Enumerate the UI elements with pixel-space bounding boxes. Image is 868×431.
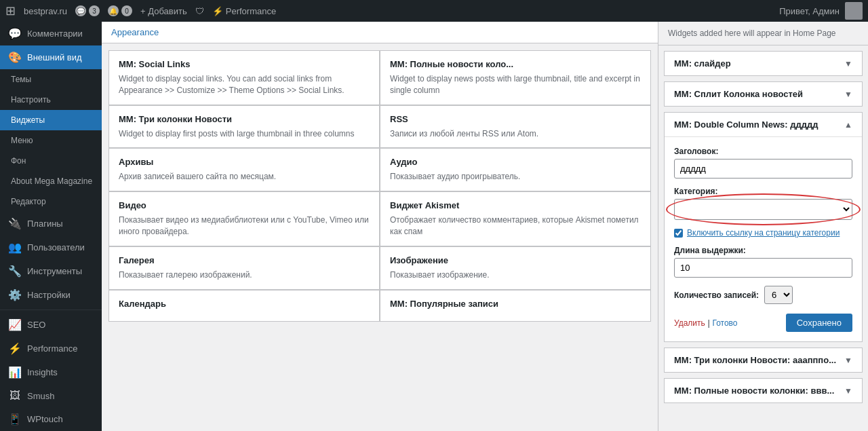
category-select[interactable] — [674, 199, 852, 220]
widget-card-title: Архивы — [119, 157, 370, 167]
layout: 💬 Комментарии 🎨 Внешний вид Темы Настрои… — [0, 22, 868, 431]
accordion-three-columns: ММ: Три колонки Новости: ааапппо... ▼ — [664, 348, 863, 373]
widget-card[interactable]: RSSЗаписи из любой ленты RSS или Atom. — [380, 105, 651, 149]
sidebar-item-seo[interactable]: 📈 SEO — [0, 313, 102, 337]
sidebar-widgets-label: Виджеты — [11, 115, 45, 125]
excerpt-label: Длина выдержки: — [674, 246, 852, 255]
accordion-full-news-header[interactable]: ММ: Полные новости колонки: ввв... ▼ — [665, 379, 862, 402]
sidebar-item-smush[interactable]: 🖼 Smush — [0, 384, 102, 407]
sidebar-item-performance[interactable]: ⚡ Performance — [0, 337, 102, 360]
sidebar-item-settings[interactable]: ⚙️ Настройки — [0, 283, 102, 307]
widget-list: MM: Social LinksWidget to display social… — [102, 43, 658, 431]
sidebar-item-wptouch[interactable]: 📱 WPtouch — [0, 407, 102, 431]
performance-icon: ⚡ — [212, 6, 223, 16]
count-label: Количество записей: — [674, 291, 759, 300]
category-select-container — [674, 199, 852, 220]
excerpt-input[interactable] — [674, 258, 852, 278]
accordion-slider-header[interactable]: ММ: слайдер ▼ — [665, 52, 862, 75]
widget-card[interactable]: АрхивыАрхив записей вашего сайта по меся… — [108, 148, 380, 191]
widget-card-title: Видео — [119, 200, 370, 210]
updates-count: 0 — [121, 5, 132, 16]
sidebar-background-label: Фон — [11, 156, 26, 166]
sidebar-item-comments[interactable]: 💬 Комментарии — [0, 22, 102, 45]
widget-card[interactable]: ИзображениеПоказывает изображение. — [380, 246, 651, 290]
include-link-label[interactable]: Включить ссылку на страницу категории — [687, 228, 840, 238]
sidebar-item-users[interactable]: 👥 Пользователи — [0, 236, 102, 259]
sidebar-item-widgets[interactable]: Виджеты — [0, 110, 102, 130]
sidebar-item-plugins[interactable]: 🔌 Плагины — [0, 212, 102, 236]
chevron-down-icon-4: ▼ — [844, 386, 852, 396]
delete-link[interactable]: Удалить — [674, 318, 705, 328]
widget-card[interactable]: Виджет AkismetОтображает количество комм… — [380, 191, 651, 246]
sidebar-editor-label: Редактор — [11, 197, 46, 206]
sidebar-menus-label: Меню — [11, 136, 33, 145]
widget-card-title: MM: Популярные записи — [390, 299, 641, 309]
widget-card-desc: Показывает изображение. — [390, 269, 641, 281]
widget-card[interactable]: MM: Social LinksWidget to display social… — [108, 50, 380, 105]
accordion-slider-title: ММ: слайдер — [674, 58, 731, 69]
sidebar-item-themes[interactable]: Темы — [0, 69, 102, 90]
plugin-icon[interactable]: 🛡 — [195, 6, 204, 16]
widget-card-desc: Widget to display social links. You can … — [119, 73, 370, 96]
sidebar-item-background[interactable]: Фон — [0, 151, 102, 171]
sidebar-item-about-mega[interactable]: About Mega Magazine — [0, 171, 102, 191]
sidebar-customize-label: Настроить — [11, 95, 51, 105]
accordion-full-news: ММ: Полные новости колонки: ввв... ▼ — [664, 378, 863, 403]
widget-card[interactable]: MM: Три колонки НовостиWidget to display… — [108, 105, 380, 149]
save-button[interactable]: Сохранено — [786, 314, 852, 332]
tools-icon: 🔧 — [8, 265, 22, 278]
wp-logo-icon[interactable]: ⊞ — [5, 3, 16, 18]
performance-topbar[interactable]: ⚡ Performance — [212, 6, 276, 16]
topbar: ⊞ bestprav.ru 💬 3 🔔 0 + Добавить 🛡 ⚡ Per… — [0, 0, 868, 22]
sidebar-item-appearance[interactable]: 🎨 Внешний вид — [0, 45, 102, 69]
widget-card-desc: Показывает аудио проигрыватель. — [390, 171, 641, 183]
widget-card[interactable]: Календарь — [108, 290, 380, 322]
done-link[interactable]: Готово — [712, 318, 737, 328]
breadcrumb-appearance-link[interactable]: Appearance — [111, 27, 159, 37]
sidebar-smush-label: Smush — [27, 391, 54, 401]
sidebar-seo-label: SEO — [27, 320, 45, 330]
widget-card-desc: Архив записей вашего сайта по месяцам. — [119, 171, 370, 183]
add-new-button[interactable]: + Добавить — [140, 6, 187, 16]
sidebar-item-insights[interactable]: 📊 Insights — [0, 360, 102, 384]
accordion-split-header[interactable]: ММ: Сплит Колонка новостей ▼ — [665, 82, 862, 106]
widget-card[interactable]: АудиоПоказывает аудио проигрыватель. — [380, 148, 651, 191]
category-label: Категория: — [674, 187, 852, 196]
comments-sidebar-icon: 💬 — [8, 27, 22, 40]
chevron-up-icon: ▲ — [844, 120, 852, 130]
widget-card-title: Изображение — [390, 255, 641, 265]
sidebar-item-editor[interactable]: Редактор — [0, 191, 102, 212]
count-group: Количество записей: 6 5 7 — [674, 286, 852, 304]
accordion-double-column-body: Заголовок: Категория: — [665, 136, 862, 341]
wptouch-icon: 📱 — [8, 413, 22, 426]
widget-card-title: Виджет Akismet — [390, 200, 641, 210]
widget-card[interactable]: MM: Популярные записи — [380, 290, 651, 322]
widget-card[interactable]: ВидеоПоказывает видео из медиабиблиотеки… — [108, 191, 380, 246]
accordion-split: ММ: Сплит Колонка новостей ▼ — [664, 81, 863, 107]
updates-group[interactable]: 🔔 0 — [108, 5, 132, 16]
header-input[interactable] — [674, 159, 852, 179]
widget-column: Appearance MM: Social LinksWidget to dis… — [102, 22, 658, 431]
include-link-checkbox[interactable] — [674, 229, 683, 238]
right-panel: Widgets added here will appear in Home P… — [658, 22, 868, 431]
avatar-icon — [845, 2, 863, 20]
site-name[interactable]: bestprav.ru — [24, 6, 67, 16]
appearance-icon: 🎨 — [8, 51, 22, 64]
comments-group[interactable]: 💬 3 — [75, 5, 100, 16]
widget-card-desc: Widget to display first posts with large… — [119, 128, 370, 140]
updates-icon: 🔔 — [108, 5, 119, 16]
sidebar-performance-label: Performance — [27, 343, 77, 354]
sidebar-item-tools[interactable]: 🔧 Инструменты — [0, 259, 102, 283]
count-select[interactable]: 6 5 7 — [764, 286, 793, 304]
accordion-double-column-header[interactable]: MM: Double Column News: ддддд ▲ — [665, 113, 862, 136]
accordion-three-columns-header[interactable]: ММ: Три колонки Новости: ааапппо... ▼ — [665, 348, 862, 372]
widget-card-title: RSS — [390, 114, 641, 124]
sidebar-wptouch-label: WPtouch — [27, 414, 63, 424]
sidebar-item-customize[interactable]: Настроить — [0, 90, 102, 110]
widget-card[interactable]: MM: Полные новости коло...Widget to disp… — [380, 50, 651, 105]
widget-card[interactable]: ГалереяПоказывает галерею изображений. — [108, 246, 380, 290]
sidebar-item-menus[interactable]: Меню — [0, 130, 102, 151]
header-field-label: Заголовок: — [674, 147, 852, 156]
sidebar-plugins-label: Плагины — [27, 219, 63, 229]
sidebar-comments-label: Комментарии — [27, 29, 83, 39]
